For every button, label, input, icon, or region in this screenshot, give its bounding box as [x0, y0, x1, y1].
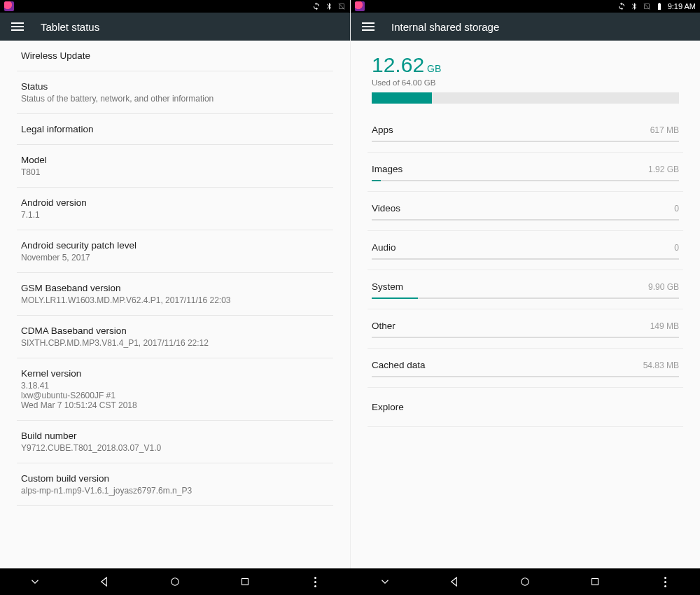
svg-point-0 [172, 578, 179, 586]
settings-row[interactable]: StatusStatus of the battery, network, an… [17, 71, 333, 114]
svg-rect-3 [592, 579, 598, 585]
sync-icon [312, 2, 321, 10]
row-title: Wireless Update [21, 50, 329, 61]
app-bar: Internal shared storage [351, 13, 700, 41]
menu-icon[interactable] [11, 22, 24, 31]
row-title: Kernel version [21, 368, 329, 379]
row-title: Model [21, 155, 329, 165]
category-name: Apps [372, 125, 393, 135]
clock: 9:19 AM [668, 2, 696, 10]
category-size: 9.90 GB [648, 282, 679, 292]
row-subtitle: MOLY.LR11.W1603.MD.MP.V62.4.P1, 2017/11/… [21, 295, 329, 305]
page-title: Internal shared storage [391, 21, 499, 33]
settings-row[interactable]: CDMA Baseband versionSIXTH.CBP.MD.MP3.V8… [17, 316, 333, 358]
more-icon[interactable] [308, 575, 322, 589]
category-size: 54.83 MB [643, 360, 679, 370]
settings-row[interactable]: Kernel version3.18.41 lxw@ubuntu-S2600JF… [17, 358, 333, 421]
storage-category[interactable]: Images1.92 GB [368, 153, 683, 192]
category-name: Cached data [372, 360, 426, 370]
row-title: CDMA Baseband version [21, 326, 329, 336]
app-bar: Tablet status [0, 13, 350, 41]
bluetooth-icon [325, 2, 333, 10]
total-usage-bar [372, 92, 679, 104]
category-bar [372, 258, 679, 260]
category-size: 0 [674, 243, 679, 253]
category-size: 0 [674, 204, 679, 214]
sync-icon [617, 2, 626, 10]
no-sim-icon [337, 2, 346, 10]
settings-row[interactable]: Android security patch levelNovember 5, … [17, 230, 333, 273]
category-bar [372, 141, 679, 142]
category-name: Other [372, 321, 396, 331]
category-bar [372, 337, 679, 338]
row-title: Build number [21, 430, 329, 441]
storage-category[interactable]: System9.90 GB [368, 270, 683, 309]
home-button[interactable] [518, 575, 532, 589]
app-icon [355, 1, 365, 11]
row-title: Status [21, 81, 329, 92]
settings-row[interactable]: Wireless Update [17, 41, 333, 71]
settings-row[interactable]: Custom build versionalps-mp-n1.mp9-V1.6.… [17, 463, 333, 506]
row-title: Android version [21, 197, 329, 208]
chevron-down-icon[interactable] [28, 575, 42, 589]
category-size: 617 MB [650, 125, 679, 135]
home-button[interactable] [168, 575, 182, 589]
row-title: GSM Baseband version [21, 283, 329, 293]
settings-row[interactable]: Build numberY9712.CUBE.T801_2018.03.07_V… [17, 421, 333, 463]
storage-category[interactable]: Audio0 [368, 231, 683, 270]
status-bar [0, 0, 350, 13]
settings-list: Wireless UpdateStatusStatus of the batte… [0, 41, 350, 595]
pane-storage: 9:19 AM Internal shared storage 12.62GB … [350, 0, 700, 595]
status-bar: 9:19 AM [351, 0, 700, 13]
page-title: Tablet status [41, 21, 99, 33]
pane-tablet-status: Tablet status Wireless UpdateStatusStatu… [0, 0, 350, 595]
storage-category[interactable]: Videos0 [368, 192, 683, 231]
settings-row[interactable]: ModelT801 [17, 145, 333, 188]
storage-content: 12.62GB Used of 64.00 GB Apps617 MBImage… [351, 41, 700, 595]
svg-point-2 [522, 578, 529, 586]
row-subtitle: alps-mp-n1.mp9-V1.6.1_joyasz6797.6m.n_P3 [21, 486, 329, 496]
category-name: Videos [372, 203, 400, 214]
category-name: System [372, 281, 403, 292]
recents-button[interactable] [588, 575, 602, 589]
category-bar [372, 219, 679, 220]
used-label: Used of 64.00 GB [372, 78, 679, 87]
row-title: Android security patch level [21, 240, 329, 251]
navigation-bar [0, 568, 700, 595]
back-button[interactable] [98, 575, 112, 589]
row-subtitle: November 5, 2017 [21, 253, 329, 262]
row-subtitle: T801 [21, 167, 329, 177]
no-sim-icon [643, 2, 651, 10]
settings-row[interactable]: Android version7.1.1 [17, 188, 333, 230]
row-subtitle: SIXTH.CBP.MD.MP3.V81.4_P1, 2017/11/16 22… [21, 338, 329, 348]
category-name: Audio [372, 242, 396, 253]
category-size: 1.92 GB [648, 164, 679, 174]
app-icon [4, 1, 14, 11]
used-amount: 12.62GB [372, 53, 441, 77]
category-name: Images [372, 164, 402, 174]
back-button[interactable] [448, 575, 462, 589]
row-title: Custom build version [21, 473, 329, 484]
battery-icon [655, 2, 664, 10]
category-bar [372, 298, 679, 299]
svg-rect-1 [242, 579, 248, 585]
category-size: 149 MB [650, 321, 679, 331]
bluetooth-icon [630, 2, 638, 10]
category-bar [372, 376, 679, 377]
explore-row[interactable]: Explore [368, 388, 683, 427]
storage-category[interactable]: Apps617 MB [368, 113, 683, 153]
storage-summary: 12.62GB Used of 64.00 GB [368, 41, 683, 113]
row-subtitle: Y9712.CUBE.T801_2018.03.07_V1.0 [21, 443, 329, 453]
row-subtitle: 3.18.41 lxw@ubuntu-S2600JF #1 Wed Mar 7 … [21, 381, 329, 410]
more-icon[interactable] [658, 575, 672, 589]
storage-category[interactable]: Other149 MB [368, 309, 683, 349]
menu-icon[interactable] [362, 22, 374, 31]
row-title: Legal information [21, 124, 329, 134]
row-subtitle: Status of the battery, network, and othe… [21, 94, 329, 104]
category-bar [372, 180, 679, 181]
settings-row[interactable]: Legal information [17, 114, 333, 145]
chevron-down-icon[interactable] [378, 575, 392, 589]
settings-row[interactable]: GSM Baseband versionMOLY.LR11.W1603.MD.M… [17, 273, 333, 316]
storage-category[interactable]: Cached data54.83 MB [368, 349, 683, 388]
recents-button[interactable] [238, 575, 252, 589]
